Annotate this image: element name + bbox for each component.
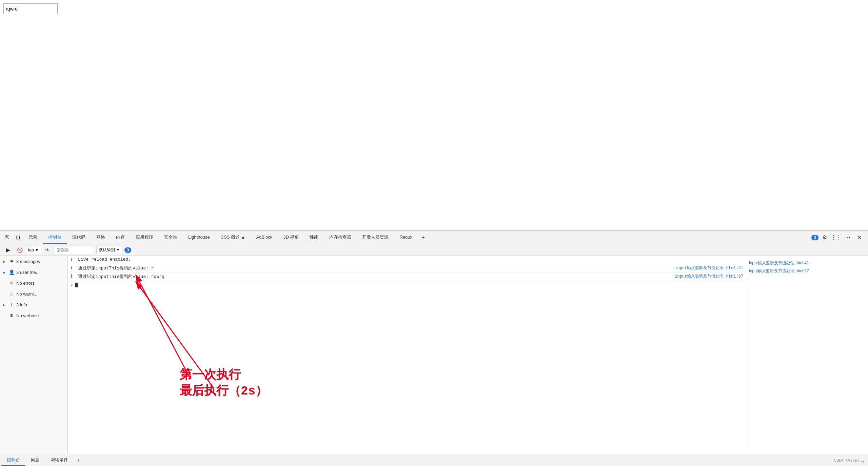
line1-icon: ℹ <box>71 257 76 262</box>
more-options-icon[interactable]: ⋯ <box>842 232 853 243</box>
sidebar-item-user-messages[interactable]: ▶ 👤 3 user me... <box>0 267 67 278</box>
sidebar-item-warnings[interactable]: ⚠ No warni... <box>0 288 67 299</box>
level-label: 默认级别 ▼ <box>99 247 120 253</box>
tab-css[interactable]: CSS 概述 ▲ <box>215 231 251 244</box>
devtools-inspect-icon[interactable]: ⊡ <box>12 232 23 243</box>
console-sidebar: ▶ ≡ 3 messages ▶ 👤 3 user me... ✕ No err… <box>0 256 68 466</box>
svg-line-1 <box>136 275 190 378</box>
user-messages-label: 3 user me... <box>16 270 40 275</box>
level-selector[interactable]: 默认级别 ▼ <box>96 246 122 254</box>
line1-text: Live reload enabled. <box>78 257 741 262</box>
console-line-1: ℹ Live reload enabled. <box>68 256 746 264</box>
line3-text: 通过绑定inputThis得到的value: rqwrq <box>78 273 672 280</box>
warnings-label: No warni... <box>16 291 37 297</box>
bottom-tab-bar: 控制台 问题 网络条件 + CSDN @urban_... <box>0 454 868 466</box>
tab-memory[interactable]: 内存 <box>111 231 130 244</box>
errors-icon: ✕ <box>9 280 14 286</box>
messages-label: 3 messages <box>16 259 40 264</box>
tab-elements[interactable]: 元素 <box>23 231 43 244</box>
errors-label: No errors <box>16 281 35 286</box>
info-expand-icon: ▶ <box>3 303 7 307</box>
browser-page <box>0 0 868 230</box>
info-icon: ℹ <box>9 302 14 307</box>
settings-icon[interactable]: ⚙ <box>819 232 830 243</box>
bottom-right-text: CSDN @urban_... <box>834 458 867 462</box>
console-output[interactable]: ℹ Live reload enabled. ℹ 通过绑定inputThis得到… <box>68 256 746 466</box>
info-label: 3 info <box>16 302 27 307</box>
context-selector[interactable]: top ▼ <box>26 246 41 254</box>
sidebar-item-errors[interactable]: ✕ No errors <box>0 278 67 288</box>
bottom-tab-issues[interactable]: 问题 <box>25 454 45 466</box>
context-dropdown-icon: ▼ <box>35 248 39 252</box>
sidebar-item-messages[interactable]: ▶ ≡ 3 messages <box>0 256 67 267</box>
tab-performance[interactable]: 性能 <box>304 231 324 244</box>
context-label: top <box>28 248 34 252</box>
bottom-tab-add-icon[interactable]: + <box>74 455 83 465</box>
svg-line-2 <box>136 281 214 388</box>
expand-all-icon[interactable]: ▶ <box>3 245 14 256</box>
console-prompt: > <box>71 283 73 288</box>
warnings-icon: ⚠ <box>9 291 14 297</box>
notification-badge: 3 <box>811 235 818 240</box>
console-cursor <box>75 283 78 287</box>
console-badge: 3 <box>124 247 132 253</box>
tab-devtools-resources[interactable]: 开发人员资源 <box>357 231 394 244</box>
verbose-label: No verbose <box>16 313 39 318</box>
tab-3d[interactable]: 3D 视图 <box>278 231 304 244</box>
clear-console-icon[interactable]: 🚫 <box>16 246 24 254</box>
annotation-line1: 第一次执行 <box>180 368 268 384</box>
bottom-tab-console[interactable]: 控制台 <box>1 454 25 466</box>
page-text-input[interactable] <box>3 3 58 14</box>
tab-sources[interactable]: 源代码 <box>67 231 91 244</box>
sidebar-item-verbose[interactable]: ✱ No verbose <box>0 310 67 321</box>
add-tab-button[interactable]: + <box>418 232 429 243</box>
bottom-tab-network-conditions[interactable]: 网络条件 <box>45 454 74 466</box>
tab-memory-inspector[interactable]: 内存检查器 <box>324 231 357 244</box>
devtools-dock-icon[interactable]: ⇱ <box>1 232 12 243</box>
line3-source[interactable]: input输入监听及节流处理.html:57 <box>675 273 743 279</box>
sources-panel: input输入监听及节流处理.html:41 input输入监听及节流处理.ht… <box>746 256 868 466</box>
sidebar-item-info[interactable]: ▶ ℹ 3 info <box>0 299 67 310</box>
remote-devices-icon[interactable]: ⋮⋮ <box>831 232 842 243</box>
tab-lighthouse[interactable]: Lighthouse <box>183 231 215 244</box>
user-messages-icon: 👤 <box>9 269 14 275</box>
devtools-tab-bar: ⇱ ⊡ 元素 控制台 源代码 网络 内存 应用程序 安全性 Lighthouse… <box>0 231 868 244</box>
console-line-2: ℹ 通过绑定inputThis得到的value: r input输入监听及节流处… <box>68 264 746 272</box>
tab-network[interactable]: 网络 <box>91 231 111 244</box>
messages-expand-icon: ▶ <box>3 260 7 263</box>
annotation-text: 第一次执行 最后执行（2s） <box>180 368 268 400</box>
line2-text: 通过绑定inputThis得到的value: r <box>78 265 672 271</box>
console-main: ▶ ≡ 3 messages ▶ 👤 3 user me... ✕ No err… <box>0 256 868 466</box>
devtools-right-icons: 3 ⚙ ⋮⋮ ⋯ ✕ <box>811 232 867 243</box>
user-messages-expand-icon: ▶ <box>3 270 7 274</box>
annotation-line2: 最后执行（2s） <box>180 384 268 400</box>
devtools-panel: ⇱ ⊡ 元素 控制台 源代码 网络 内存 应用程序 安全性 Lighthouse… <box>0 230 868 466</box>
tab-application[interactable]: 应用程序 <box>130 231 159 244</box>
tab-adblock[interactable]: AdBlock <box>251 231 278 244</box>
console-line-3: ℹ 通过绑定inputThis得到的value: rqwrq input输入监听… <box>68 272 746 281</box>
messages-icon: ≡ <box>9 259 14 264</box>
console-toolbar: ▶ 🚫 top ▼ 👁 默认级别 ▼ 3 <box>0 244 868 256</box>
console-input-line[interactable]: > <box>68 281 746 289</box>
tab-security[interactable]: 安全性 <box>159 231 183 244</box>
close-devtools-icon[interactable]: ✕ <box>854 232 865 243</box>
eye-icon[interactable]: 👁 <box>43 246 52 254</box>
verbose-icon: ✱ <box>9 313 14 318</box>
tab-redux[interactable]: Redux <box>394 231 418 244</box>
tab-console[interactable]: 控制台 <box>43 231 67 244</box>
line2-source[interactable]: input输入监听及节流处理.html:41 <box>675 265 743 271</box>
source-link-2[interactable]: input输入监听及节流处理.html:41 <box>746 259 868 267</box>
source-link-3[interactable]: input输入监听及节流处理.html:57 <box>746 267 868 275</box>
line2-icon: ℹ <box>71 265 76 270</box>
filter-input[interactable] <box>54 246 94 254</box>
line3-icon: ℹ <box>71 273 76 279</box>
